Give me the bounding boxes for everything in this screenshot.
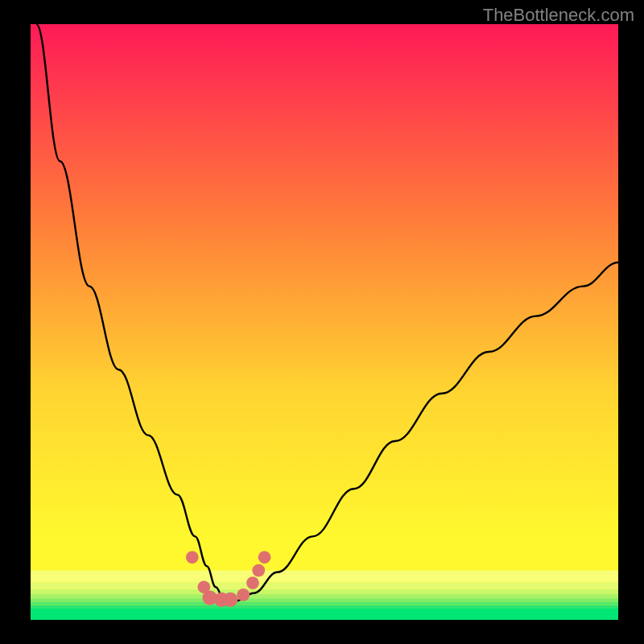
svg-rect-2 — [31, 589, 618, 594]
svg-rect-7 — [31, 608, 618, 620]
chart-background — [31, 24, 618, 620]
watermark-text: TheBottleneck.com — [483, 5, 634, 26]
marker-dot — [237, 588, 250, 601]
svg-rect-4 — [31, 598, 618, 601]
svg-rect-0 — [31, 571, 618, 583]
marker-dot — [246, 576, 259, 589]
svg-rect-5 — [31, 602, 618, 605]
chart-container — [31, 24, 618, 620]
svg-rect-3 — [31, 594, 618, 598]
marker-dot — [223, 592, 237, 607]
marker-dot — [186, 551, 199, 564]
marker-dot — [252, 564, 265, 577]
marker-dot — [258, 551, 271, 564]
svg-rect-1 — [31, 582, 618, 589]
bottleneck-chart — [31, 24, 618, 620]
bottom-color-bands — [31, 571, 618, 620]
svg-rect-6 — [31, 605, 618, 609]
